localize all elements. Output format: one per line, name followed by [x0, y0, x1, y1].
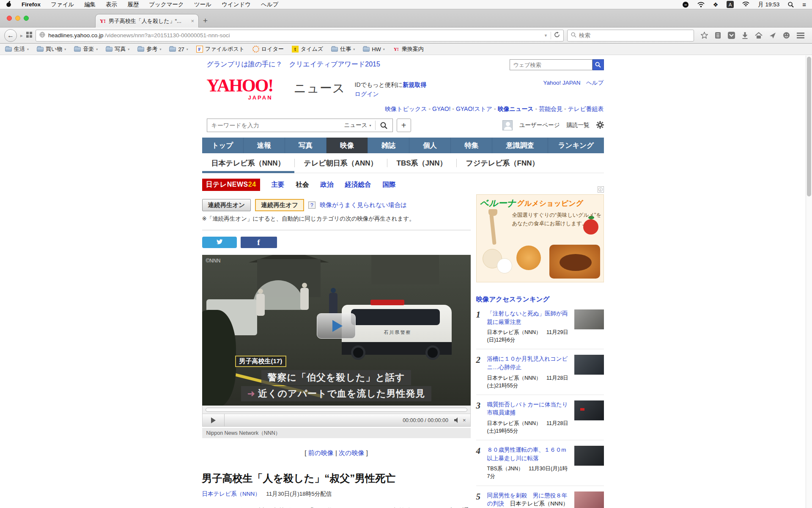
minimize-window-button[interactable]: [15, 16, 20, 21]
bookmark-folder-life[interactable]: 生活▾: [5, 45, 29, 53]
menubar-clock[interactable]: 月 19:53: [758, 1, 779, 8]
tab-close-icon[interactable]: ×: [191, 18, 194, 24]
yahoo-logo[interactable]: YAHOO! JAPAN: [207, 77, 291, 94]
nav-tab-tokushu[interactable]: 特集: [450, 138, 492, 153]
search-scope-dropdown[interactable]: ニュース▾: [340, 121, 375, 129]
network-tab-nnn[interactable]: 日本テレビ系（NNN）: [202, 153, 294, 173]
ranking-item[interactable]: 2 浴槽に１０か月乳児入れコンビニ…心肺停止 日本テレビ系（NNN） 11月28…: [476, 355, 604, 395]
user-page-link[interactable]: ユーザーページ: [519, 121, 560, 129]
feedback-smiley-icon[interactable]: [783, 32, 790, 39]
ranking-title-link[interactable]: ８０歳男性運転の車、１６０m以上暴走し川に転落: [487, 447, 566, 461]
ranking-title-link[interactable]: 職質拒否しパトカーに体当たり 市職員逮捕: [487, 401, 568, 416]
ad-banner[interactable]: ベルーナ グルメショッピング 全国選りすぐりの“美味しいグルメ”をあなたの食卓に…: [476, 194, 604, 282]
continuous-play-off-button[interactable]: 連続再生オフ: [255, 199, 304, 211]
video-progress-bar[interactable]: [202, 406, 471, 414]
url-bar[interactable]: headlines.yahoo.co.jp/videonews/nnn?a=20…: [36, 30, 564, 41]
url-dropdown-icon[interactable]: ▼: [544, 33, 548, 38]
bookmark-transit[interactable]: Y!乗換案内: [393, 45, 424, 53]
service-link-geino[interactable]: 芸能会見: [539, 105, 562, 112]
category-politics[interactable]: 政治: [321, 180, 334, 189]
play-button-overlay[interactable]: [317, 313, 356, 339]
apple-icon[interactable]: [6, 1, 11, 8]
spotlight-icon[interactable]: [788, 2, 794, 8]
bookmark-times[interactable]: tタイムズ: [292, 45, 323, 53]
dropbox-icon[interactable]: ❖: [713, 1, 719, 8]
close-window-button[interactable]: [7, 16, 12, 21]
menu-icon[interactable]: [797, 33, 804, 39]
yahoo-japan-link[interactable]: Yahoo! JAPAN: [543, 80, 581, 86]
network-tab-jnn[interactable]: TBS系（JNN）: [387, 153, 456, 173]
service-link-gyao-store[interactable]: GYAO!ストア: [456, 105, 492, 112]
nav-tab-video[interactable]: 映像: [326, 138, 368, 153]
menu-file[interactable]: ファイル: [51, 1, 74, 8]
zoom-window-button[interactable]: [24, 16, 29, 21]
home-icon[interactable]: [755, 32, 763, 39]
reload-icon[interactable]: [554, 32, 560, 39]
question-icon[interactable]: ?: [308, 202, 315, 209]
progress-track[interactable]: [206, 408, 467, 412]
video-player[interactable]: ©NNN: [202, 255, 471, 406]
keyword-input[interactable]: [207, 122, 340, 129]
send-tab-icon[interactable]: [769, 32, 776, 39]
web-search-input[interactable]: [510, 59, 593, 70]
menu-edit[interactable]: 編集: [84, 1, 96, 8]
input-source-icon[interactable]: A: [727, 1, 734, 8]
category-international[interactable]: 国際: [383, 180, 396, 189]
menu-firefox[interactable]: Firefox: [22, 1, 41, 8]
bookmark-folder-reference[interactable]: 参考▾: [137, 45, 161, 53]
add-search-button[interactable]: +: [397, 119, 411, 132]
ranking-thumbnail[interactable]: [574, 355, 604, 375]
bookmark-folder-photo[interactable]: 写真▾: [106, 45, 129, 53]
login-link[interactable]: ログイン: [355, 91, 379, 97]
ntv-news24-logo[interactable]: 日テレNEWS24: [202, 179, 260, 191]
bookmark-folder-27[interactable]: 27▾: [169, 46, 188, 52]
category-main[interactable]: 主要: [272, 180, 285, 189]
facebook-share-button[interactable]: f: [241, 237, 277, 248]
bookmark-folder-music[interactable]: 音楽▾: [74, 45, 98, 53]
ranking-item[interactable]: 4 ８０歳男性運転の車、１６０m以上暴走し川に転落 TBS系（JNN） 11月3…: [476, 446, 604, 486]
service-link-gyao[interactable]: GYAO!: [432, 105, 450, 112]
reading-list-icon[interactable]: [715, 32, 721, 39]
browser-search-input[interactable]: [579, 32, 690, 39]
web-search-button[interactable]: [593, 59, 604, 70]
nav-tab-sokuho[interactable]: 速報: [243, 138, 285, 153]
player-play-button[interactable]: [203, 414, 225, 426]
nav-tab-photo[interactable]: 写真: [285, 138, 326, 153]
menu-history[interactable]: 履歴: [127, 1, 139, 8]
forward-button[interactable]: ▸: [20, 33, 23, 39]
bookmark-folder-shopping[interactable]: 買い物▾: [37, 45, 66, 53]
wifi-transfer-icon[interactable]: [697, 2, 705, 8]
player-volume[interactable]: ×: [454, 417, 466, 423]
ranking-item[interactable]: 3 職質拒否しパトカーに体当たり 市職員逮捕 日本テレビ系（NNN） 11月28…: [476, 400, 604, 440]
menu-bookmarks[interactable]: ブックマーク: [149, 1, 184, 8]
scrollbar-thumb[interactable]: [807, 57, 811, 196]
back-button[interactable]: ←: [4, 29, 17, 42]
category-society[interactable]: 社会: [296, 180, 309, 189]
continuous-play-on-button[interactable]: 連続再生オン: [202, 199, 251, 211]
ranking-thumbnail[interactable]: [574, 446, 604, 466]
nav-tab-ishiki-chosa[interactable]: 意識調査: [492, 138, 548, 153]
service-link-video-news[interactable]: 映像ニュース: [498, 105, 534, 112]
playback-help-link[interactable]: 映像がうまく見られない場合は: [320, 201, 407, 209]
gear-icon[interactable]: [596, 121, 604, 130]
nav-tab-top[interactable]: トップ: [202, 138, 243, 153]
tiles-icon[interactable]: [26, 32, 32, 39]
category-economy[interactable]: 経済総合: [345, 180, 371, 189]
wifi-icon[interactable]: [742, 2, 749, 7]
nav-tab-kojin[interactable]: 個人: [409, 138, 450, 153]
creative-cloud-icon[interactable]: ∞: [682, 1, 689, 8]
next-video-link[interactable]: 次の映像: [339, 449, 364, 456]
ranking-thumbnail[interactable]: [574, 400, 604, 420]
page-scrollbar[interactable]: [806, 55, 812, 508]
bookmark-folder-hw[interactable]: HW▾: [363, 46, 385, 52]
help-link[interactable]: ヘルプ: [586, 80, 604, 86]
ranking-header[interactable]: 映像アクセスランキング: [476, 295, 604, 304]
new-tab-button[interactable]: +: [203, 16, 208, 25]
nav-tab-magazine[interactable]: 雑誌: [368, 138, 409, 153]
keyword-search-box[interactable]: ニュース▾: [207, 119, 393, 132]
ranking-title-link[interactable]: 「注射しないと死ぬ」医師が両親に厳重注意: [487, 310, 568, 325]
service-link-topics[interactable]: 映像トピックス: [385, 105, 427, 112]
downloads-icon[interactable]: [742, 32, 748, 39]
article-source-link[interactable]: 日本テレビ系（NNN）: [202, 491, 261, 497]
bookmark-reuters[interactable]: ロイター: [252, 45, 284, 53]
